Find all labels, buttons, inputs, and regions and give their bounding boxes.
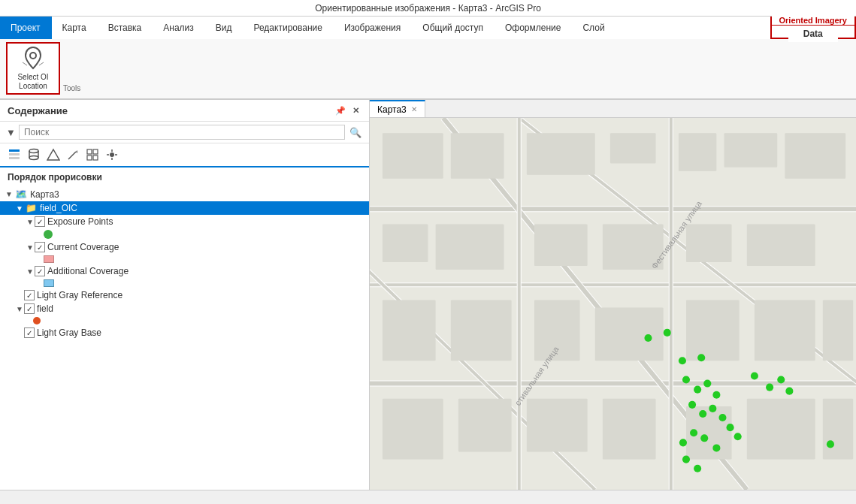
green-point-12: [718, 414, 726, 421]
green-point-2: [664, 329, 671, 337]
green-point-17: [712, 444, 720, 451]
oriented-imagery-group: Oriented Imagery Data: [770, 17, 856, 39]
ribbon-tab-vid[interactable]: Вид: [205, 17, 243, 39]
green-point-4: [697, 354, 705, 361]
expand-field-oic[interactable]: ▼: [15, 204, 24, 213]
expand-field[interactable]: ▼: [15, 304, 24, 313]
block6: [724, 133, 777, 167]
block17: [595, 308, 664, 361]
checkbox-additional-coverage[interactable]: [35, 266, 45, 276]
grid-icon[interactable]: [84, 146, 101, 163]
block24: [603, 399, 656, 460]
map-tab-bar: Карта3 ✕: [370, 100, 856, 118]
green-point-23: [682, 456, 690, 463]
tree-label-light-gray-base: Light Gray Base: [37, 327, 101, 338]
edit-icon[interactable]: [65, 146, 81, 163]
block1: [383, 133, 443, 179]
checkbox-light-gray-ref[interactable]: [24, 290, 35, 300]
search-bar: ▼ 🔍: [0, 122, 369, 143]
ribbon-tab-karta[interactable]: Карта: [52, 17, 98, 39]
select-oi-icon: [20, 46, 47, 71]
close-contents-icon[interactable]: ✕: [349, 104, 361, 116]
pencil-icon-svg: [66, 148, 80, 161]
tree-item-current-coverage[interactable]: ▼ Current Coverage: [0, 240, 369, 254]
svg-line-1: [23, 62, 27, 65]
ribbon-tab-analiz[interactable]: Анализ: [153, 17, 205, 39]
green-point-24: [694, 465, 701, 472]
svg-rect-3: [9, 149, 20, 152]
expand-exposure-points[interactable]: ▼: [26, 217, 35, 226]
main-area: Содержание 📌 ✕ ▼ 🔍: [0, 100, 856, 490]
ribbon-tab-sloy[interactable]: Слой: [572, 17, 616, 39]
title-bar: Ориентированные изображения - Карта3 - A…: [0, 0, 856, 17]
filter-layers-icon[interactable]: [45, 146, 62, 163]
ribbon-tab-proekt[interactable]: Проект: [0, 17, 52, 39]
block27: [823, 399, 853, 460]
svg-rect-5: [9, 157, 20, 159]
ribbon-tab-vstavka[interactable]: Вставка: [98, 17, 153, 39]
tree-item-additional-coverage[interactable]: ▼ Additional Coverage: [0, 264, 369, 278]
tree-item-light-gray-reference[interactable]: Light Gray Reference: [0, 288, 369, 302]
svg-rect-17: [93, 155, 98, 160]
block26: [747, 399, 815, 460]
tree-label-field-oic: field_OIC: [40, 203, 77, 213]
green-point-6: [694, 386, 701, 394]
green-point-22: [785, 388, 793, 395]
tree-item-field-oic[interactable]: ▼ 📁 field_OIC: [0, 201, 369, 215]
block23: [527, 399, 588, 452]
block5: [679, 133, 717, 171]
green-point-9: [688, 401, 696, 409]
search-button[interactable]: 🔍: [348, 125, 363, 140]
ribbon-tabs-row: Проект Карта Вставка Анализ Вид Редактир…: [0, 17, 856, 39]
map-tab-karta3[interactable]: Карта3 ✕: [370, 100, 425, 117]
block22: [458, 399, 512, 452]
pin-icon[interactable]: 📌: [334, 104, 346, 116]
checkbox-exposure-points[interactable]: [35, 216, 45, 227]
block8: [383, 224, 428, 262]
checkbox-current-coverage[interactable]: [35, 242, 45, 252]
expand-current-coverage[interactable]: ▼: [26, 243, 35, 252]
map-view[interactable]: Фестивальная улица стивальная улица: [370, 118, 856, 490]
sparkle-icon-svg: [105, 148, 119, 161]
expand-karta3[interactable]: ▼: [5, 190, 14, 199]
green-point-11: [709, 405, 716, 412]
grid-icon-svg: [86, 148, 99, 161]
green-point-13: [727, 424, 734, 431]
checkbox-light-gray-base[interactable]: [24, 327, 35, 338]
tree-content: ▼ 🗺️ Карта3 ▼ 📁 field_OIC ▼ Exposure Poi…: [0, 187, 369, 490]
symbology-icon[interactable]: [104, 146, 120, 163]
tree-item-field[interactable]: ▼ field: [0, 302, 369, 315]
search-input[interactable]: [19, 125, 345, 140]
tree-label-karta3: Карта3: [30, 189, 59, 200]
checkbox-field[interactable]: [24, 303, 35, 314]
block13: [747, 224, 815, 266]
block12: [686, 224, 732, 262]
list-view-icon[interactable]: [6, 146, 23, 163]
block10: [534, 224, 588, 266]
contents-title: Содержание: [8, 105, 68, 116]
svg-rect-14: [87, 149, 92, 154]
ribbon-tab-oformlenie[interactable]: Оформление: [495, 17, 572, 39]
oi-data-tab[interactable]: Data: [788, 26, 838, 42]
tree-label-exposure-points: Exposure Points: [47, 216, 113, 227]
tree-item-exposure-points[interactable]: ▼ Exposure Points: [0, 215, 369, 228]
ribbon: Проект Карта Вставка Анализ Вид Редактир…: [0, 17, 856, 100]
ribbon-tab-redaktirovanie[interactable]: Редактирование: [243, 17, 333, 39]
green-point-8: [712, 391, 720, 399]
ribbon-tab-obshchy-dostup[interactable]: Общий доступ: [412, 17, 495, 39]
contents-header: Содержание 📌 ✕: [0, 100, 369, 122]
map-tab-close-icon[interactable]: ✕: [411, 105, 417, 113]
block19: [755, 300, 815, 361]
expand-additional-coverage[interactable]: ▼: [26, 267, 35, 276]
tree-label-light-gray-reference: Light Gray Reference: [37, 290, 123, 300]
green-point-20: [766, 384, 773, 391]
database-icon[interactable]: [26, 146, 42, 163]
tree-label-additional-coverage: Additional Coverage: [47, 266, 129, 276]
svg-rect-16: [87, 155, 92, 160]
select-oi-location-button[interactable]: Select OILocation: [6, 42, 60, 95]
tree-item-light-gray-base[interactable]: Light Gray Base: [0, 326, 369, 340]
tree-item-current-coverage-legend: [0, 254, 369, 264]
tree-item-karta3[interactable]: ▼ 🗺️ Карта3: [0, 187, 369, 201]
ribbon-tab-izobrazheniya[interactable]: Изображения: [334, 17, 412, 39]
title-text: Ориентированные изображения - Карта3 - A…: [315, 3, 541, 14]
